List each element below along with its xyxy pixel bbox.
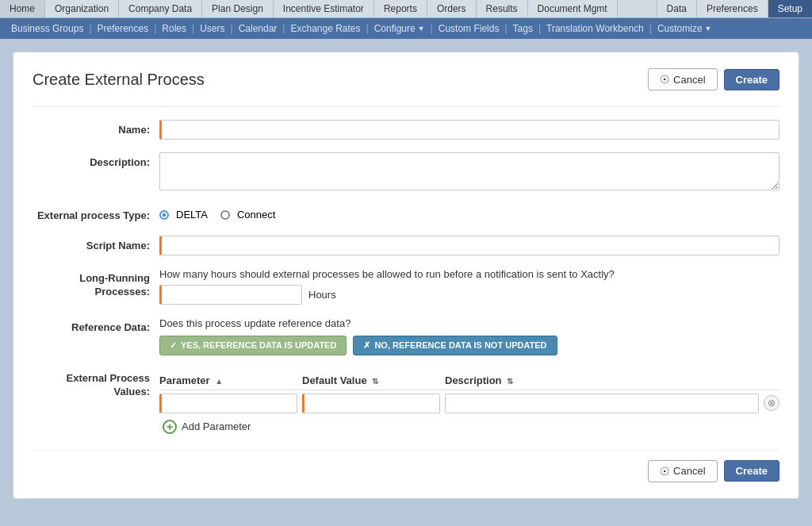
nav-tags[interactable]: Tags — [508, 21, 538, 36]
create-button-top[interactable]: Create — [724, 69, 779, 90]
external-process-type-row: External process Type: DELTA Connect — [33, 205, 779, 223]
process-type-radio-group: DELTA Connect — [159, 205, 779, 221]
reference-data-label: Reference Data: — [33, 317, 159, 333]
nav-custom-fields[interactable]: Custom Fields — [434, 21, 504, 36]
table-row: ⊗ — [159, 394, 779, 413]
radio-connect[interactable]: Connect — [220, 209, 275, 221]
top-navigation: Home Organization Company Data Plan Desi… — [0, 0, 812, 18]
cancel-button-top[interactable]: ☉ Cancel — [648, 68, 717, 90]
hours-label: Hours — [308, 289, 336, 301]
content-area: Create External Process ☉ Cancel Create … — [0, 39, 812, 526]
external-process-type-label: External process Type: — [33, 205, 159, 223]
tab-reports[interactable]: Reports — [374, 0, 427, 17]
tab-setup[interactable]: Setup — [768, 0, 812, 17]
header-actions: ☉ Cancel Create — [648, 68, 779, 90]
th-parameter: Parameter ▲ — [159, 374, 302, 386]
parameter-table: Parameter ▲ Default Value ⇅ Description … — [159, 374, 779, 434]
form-card: Create External Process ☉ Cancel Create … — [13, 52, 799, 499]
parameter-input[interactable] — [159, 394, 297, 413]
yes-reference-data-button[interactable]: ✓ YES, REFERENCE DATA IS UPDATED — [159, 336, 347, 355]
customize-dropdown-arrow: ▼ — [705, 25, 712, 33]
configure-dropdown-arrow: ▼ — [418, 25, 425, 33]
nav-customize[interactable]: Customize ▼ — [653, 21, 717, 36]
header-divider — [33, 106, 779, 107]
default-value-input[interactable] — [302, 394, 440, 413]
script-name-row: Script Name: — [33, 236, 779, 255]
th-default-value: Default Value ⇅ — [302, 374, 445, 386]
tab-orders[interactable]: Orders — [427, 0, 477, 17]
tab-document-mgmt[interactable]: Document Mgmt — [528, 0, 618, 17]
tab-company-data[interactable]: Company Data — [119, 0, 202, 17]
name-row: Name: — [33, 120, 779, 140]
nav-roles[interactable]: Roles — [157, 21, 191, 36]
form-footer: ☉ Cancel Create — [33, 450, 779, 482]
description-input[interactable] — [159, 152, 779, 190]
form-header: Create External Process ☉ Cancel Create — [33, 68, 779, 90]
radio-connect-icon — [220, 210, 230, 220]
external-process-values-label: External Process Values: — [33, 368, 159, 399]
reference-data-row: Reference Data: Does this process update… — [33, 317, 779, 355]
create-button-bottom[interactable]: Create — [724, 460, 779, 482]
tab-home[interactable]: Home — [0, 0, 45, 17]
tab-organization[interactable]: Organization — [45, 0, 119, 17]
nav-configure[interactable]: Configure ▼ — [370, 21, 430, 36]
page-title: Create External Process — [33, 71, 205, 89]
reference-data-description: Does this process update reference data? — [159, 317, 779, 329]
description-input[interactable] — [445, 394, 759, 413]
tab-plan-design[interactable]: Plan Design — [202, 0, 274, 17]
add-parameter-label[interactable]: Add Parameter — [182, 420, 251, 432]
table-header: Parameter ▲ Default Value ⇅ Description … — [159, 374, 779, 390]
no-reference-data-button[interactable]: ✗ NO, REFERENCE DATA IS NOT UPDATED — [353, 336, 557, 355]
cancel-radio-icon-bottom: ☉ — [660, 465, 670, 478]
default-value-sort-icon[interactable]: ⇅ — [372, 377, 378, 386]
description-sort-icon[interactable]: ⇅ — [507, 377, 513, 386]
tab-incentive-estimator[interactable]: Incentive Estimator — [274, 0, 374, 17]
x-icon: ✗ — [363, 340, 370, 351]
radio-delta[interactable]: DELTA — [159, 209, 208, 221]
tab-results[interactable]: Results — [477, 0, 528, 17]
name-input[interactable] — [159, 120, 779, 140]
description-row: Description: — [33, 152, 779, 193]
name-label: Name: — [33, 120, 159, 136]
cancel-button-bottom[interactable]: ☉ Cancel — [648, 460, 717, 482]
nav-translation-workbench[interactable]: Translation Workbench — [542, 21, 649, 36]
long-running-description: How many hours should external processes… — [159, 268, 779, 280]
parameter-sort-icon[interactable]: ▲ — [215, 377, 223, 386]
script-name-input[interactable] — [159, 236, 779, 255]
nav-calendar[interactable]: Calendar — [234, 21, 282, 36]
remove-icon: ⊗ — [768, 397, 776, 409]
hours-input[interactable] — [159, 285, 302, 305]
long-running-label: Long-Running Processes: — [33, 268, 159, 299]
cancel-radio-icon: ☉ — [660, 73, 670, 86]
long-running-row: Long-Running Processes: How many hours s… — [33, 268, 779, 305]
nav-exchange-rates[interactable]: Exchange Rates — [285, 21, 365, 36]
secondary-navigation: Business Groups | Preferences | Roles | … — [0, 18, 812, 39]
radio-delta-icon — [159, 210, 169, 220]
add-parameter-icon[interactable]: + — [163, 420, 177, 434]
reference-data-buttons: ✓ YES, REFERENCE DATA IS UPDATED ✗ NO, R… — [159, 336, 779, 355]
check-icon: ✓ — [170, 340, 177, 351]
nav-preferences[interactable]: Preferences — [93, 21, 154, 36]
remove-row-button[interactable]: ⊗ — [764, 395, 779, 411]
tab-data[interactable]: Data — [657, 0, 696, 17]
add-parameter-row[interactable]: + Add Parameter — [159, 420, 779, 434]
nav-business-groups[interactable]: Business Groups — [6, 21, 88, 36]
description-label: Description: — [33, 152, 159, 168]
th-description: Description ⇅ — [445, 374, 779, 386]
tab-preferences[interactable]: Preferences — [696, 0, 768, 17]
external-process-values-row: External Process Values: Parameter ▲ Def… — [33, 368, 779, 434]
script-name-label: Script Name: — [33, 236, 159, 251]
nav-users[interactable]: Users — [195, 21, 229, 36]
